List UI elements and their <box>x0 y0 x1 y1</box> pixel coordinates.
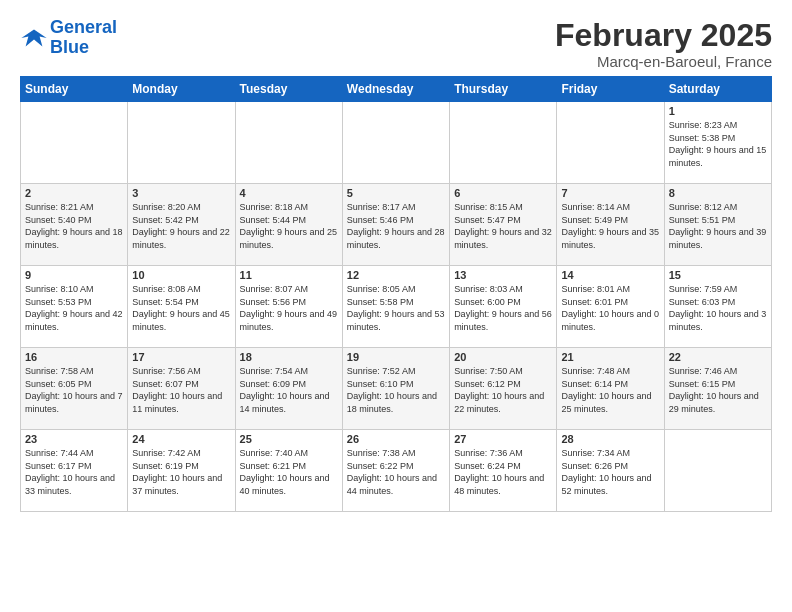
table-row: 16Sunrise: 7:58 AM Sunset: 6:05 PM Dayli… <box>21 348 128 430</box>
day-info: Sunrise: 8:10 AM Sunset: 5:53 PM Dayligh… <box>25 283 123 333</box>
table-row: 20Sunrise: 7:50 AM Sunset: 6:12 PM Dayli… <box>450 348 557 430</box>
calendar-subtitle: Marcq-en-Baroeul, France <box>555 53 772 70</box>
table-row: 17Sunrise: 7:56 AM Sunset: 6:07 PM Dayli… <box>128 348 235 430</box>
week-row: 1Sunrise: 8:23 AM Sunset: 5:38 PM Daylig… <box>21 102 772 184</box>
day-info: Sunrise: 8:03 AM Sunset: 6:00 PM Dayligh… <box>454 283 552 333</box>
day-number: 6 <box>454 187 552 199</box>
week-row: 2Sunrise: 8:21 AM Sunset: 5:40 PM Daylig… <box>21 184 772 266</box>
table-row: 14Sunrise: 8:01 AM Sunset: 6:01 PM Dayli… <box>557 266 664 348</box>
day-info: Sunrise: 7:59 AM Sunset: 6:03 PM Dayligh… <box>669 283 767 333</box>
col-thursday: Thursday <box>450 77 557 102</box>
day-number: 5 <box>347 187 445 199</box>
table-row: 18Sunrise: 7:54 AM Sunset: 6:09 PM Dayli… <box>235 348 342 430</box>
day-number: 14 <box>561 269 659 281</box>
day-info: Sunrise: 7:56 AM Sunset: 6:07 PM Dayligh… <box>132 365 230 415</box>
day-number: 9 <box>25 269 123 281</box>
header-row: Sunday Monday Tuesday Wednesday Thursday… <box>21 77 772 102</box>
table-row: 19Sunrise: 7:52 AM Sunset: 6:10 PM Dayli… <box>342 348 449 430</box>
day-info: Sunrise: 8:18 AM Sunset: 5:44 PM Dayligh… <box>240 201 338 251</box>
table-row: 26Sunrise: 7:38 AM Sunset: 6:22 PM Dayli… <box>342 430 449 512</box>
day-info: Sunrise: 7:44 AM Sunset: 6:17 PM Dayligh… <box>25 447 123 497</box>
day-info: Sunrise: 8:05 AM Sunset: 5:58 PM Dayligh… <box>347 283 445 333</box>
day-number: 20 <box>454 351 552 363</box>
col-saturday: Saturday <box>664 77 771 102</box>
table-row: 9Sunrise: 8:10 AM Sunset: 5:53 PM Daylig… <box>21 266 128 348</box>
table-row <box>128 102 235 184</box>
day-number: 11 <box>240 269 338 281</box>
table-row: 22Sunrise: 7:46 AM Sunset: 6:15 PM Dayli… <box>664 348 771 430</box>
day-number: 17 <box>132 351 230 363</box>
day-info: Sunrise: 7:40 AM Sunset: 6:21 PM Dayligh… <box>240 447 338 497</box>
day-info: Sunrise: 8:07 AM Sunset: 5:56 PM Dayligh… <box>240 283 338 333</box>
day-info: Sunrise: 8:20 AM Sunset: 5:42 PM Dayligh… <box>132 201 230 251</box>
col-monday: Monday <box>128 77 235 102</box>
table-row: 13Sunrise: 8:03 AM Sunset: 6:00 PM Dayli… <box>450 266 557 348</box>
calendar-title: February 2025 <box>555 18 772 53</box>
table-row: 23Sunrise: 7:44 AM Sunset: 6:17 PM Dayli… <box>21 430 128 512</box>
day-number: 21 <box>561 351 659 363</box>
table-row: 8Sunrise: 8:12 AM Sunset: 5:51 PM Daylig… <box>664 184 771 266</box>
table-row: 5Sunrise: 8:17 AM Sunset: 5:46 PM Daylig… <box>342 184 449 266</box>
day-number: 27 <box>454 433 552 445</box>
table-row: 21Sunrise: 7:48 AM Sunset: 6:14 PM Dayli… <box>557 348 664 430</box>
day-info: Sunrise: 7:34 AM Sunset: 6:26 PM Dayligh… <box>561 447 659 497</box>
table-row: 27Sunrise: 7:36 AM Sunset: 6:24 PM Dayli… <box>450 430 557 512</box>
col-friday: Friday <box>557 77 664 102</box>
table-row <box>450 102 557 184</box>
calendar-table: Sunday Monday Tuesday Wednesday Thursday… <box>20 76 772 512</box>
day-info: Sunrise: 8:08 AM Sunset: 5:54 PM Dayligh… <box>132 283 230 333</box>
day-number: 1 <box>669 105 767 117</box>
day-number: 7 <box>561 187 659 199</box>
day-number: 25 <box>240 433 338 445</box>
day-number: 3 <box>132 187 230 199</box>
day-info: Sunrise: 8:01 AM Sunset: 6:01 PM Dayligh… <box>561 283 659 333</box>
day-number: 2 <box>25 187 123 199</box>
table-row: 15Sunrise: 7:59 AM Sunset: 6:03 PM Dayli… <box>664 266 771 348</box>
day-info: Sunrise: 7:54 AM Sunset: 6:09 PM Dayligh… <box>240 365 338 415</box>
col-tuesday: Tuesday <box>235 77 342 102</box>
day-number: 23 <box>25 433 123 445</box>
table-row: 11Sunrise: 8:07 AM Sunset: 5:56 PM Dayli… <box>235 266 342 348</box>
table-row: 4Sunrise: 8:18 AM Sunset: 5:44 PM Daylig… <box>235 184 342 266</box>
header: General Blue February 2025 Marcq-en-Baro… <box>20 18 772 70</box>
table-row: 28Sunrise: 7:34 AM Sunset: 6:26 PM Dayli… <box>557 430 664 512</box>
table-row: 10Sunrise: 8:08 AM Sunset: 5:54 PM Dayli… <box>128 266 235 348</box>
day-number: 16 <box>25 351 123 363</box>
table-row: 24Sunrise: 7:42 AM Sunset: 6:19 PM Dayli… <box>128 430 235 512</box>
logo: General Blue <box>20 18 117 58</box>
day-number: 22 <box>669 351 767 363</box>
logo-text: General Blue <box>50 18 117 58</box>
day-info: Sunrise: 7:50 AM Sunset: 6:12 PM Dayligh… <box>454 365 552 415</box>
day-number: 28 <box>561 433 659 445</box>
day-info: Sunrise: 7:42 AM Sunset: 6:19 PM Dayligh… <box>132 447 230 497</box>
day-number: 18 <box>240 351 338 363</box>
day-number: 19 <box>347 351 445 363</box>
col-sunday: Sunday <box>21 77 128 102</box>
table-row: 3Sunrise: 8:20 AM Sunset: 5:42 PM Daylig… <box>128 184 235 266</box>
day-info: Sunrise: 7:38 AM Sunset: 6:22 PM Dayligh… <box>347 447 445 497</box>
table-row: 25Sunrise: 7:40 AM Sunset: 6:21 PM Dayli… <box>235 430 342 512</box>
day-info: Sunrise: 7:48 AM Sunset: 6:14 PM Dayligh… <box>561 365 659 415</box>
week-row: 16Sunrise: 7:58 AM Sunset: 6:05 PM Dayli… <box>21 348 772 430</box>
day-info: Sunrise: 8:15 AM Sunset: 5:47 PM Dayligh… <box>454 201 552 251</box>
day-number: 26 <box>347 433 445 445</box>
day-number: 12 <box>347 269 445 281</box>
table-row <box>235 102 342 184</box>
day-info: Sunrise: 7:52 AM Sunset: 6:10 PM Dayligh… <box>347 365 445 415</box>
table-row <box>664 430 771 512</box>
day-info: Sunrise: 8:21 AM Sunset: 5:40 PM Dayligh… <box>25 201 123 251</box>
table-row <box>342 102 449 184</box>
day-info: Sunrise: 8:14 AM Sunset: 5:49 PM Dayligh… <box>561 201 659 251</box>
day-number: 4 <box>240 187 338 199</box>
day-info: Sunrise: 7:46 AM Sunset: 6:15 PM Dayligh… <box>669 365 767 415</box>
week-row: 23Sunrise: 7:44 AM Sunset: 6:17 PM Dayli… <box>21 430 772 512</box>
col-wednesday: Wednesday <box>342 77 449 102</box>
page: General Blue February 2025 Marcq-en-Baro… <box>0 0 792 522</box>
day-number: 13 <box>454 269 552 281</box>
logo-icon <box>20 24 48 52</box>
table-row <box>21 102 128 184</box>
table-row: 6Sunrise: 8:15 AM Sunset: 5:47 PM Daylig… <box>450 184 557 266</box>
day-number: 15 <box>669 269 767 281</box>
table-row <box>557 102 664 184</box>
day-number: 10 <box>132 269 230 281</box>
